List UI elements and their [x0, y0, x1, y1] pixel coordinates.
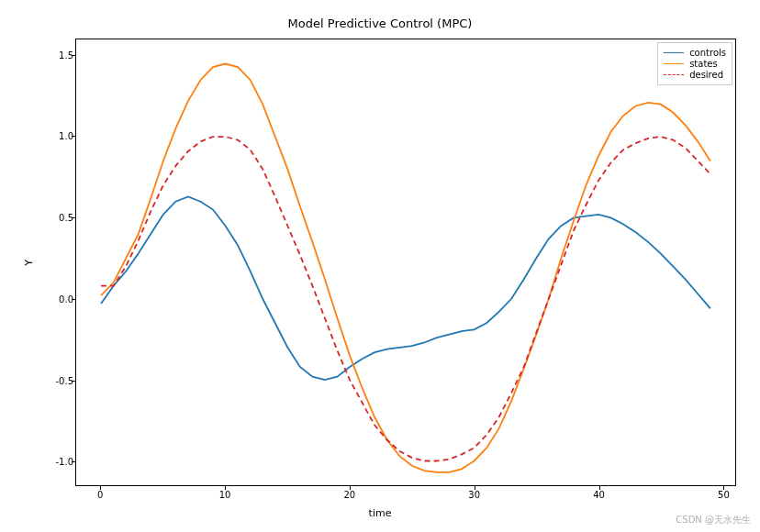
- legend: controls states desired: [657, 42, 732, 85]
- y-tick-label: 1.0: [37, 131, 73, 141]
- chart-container: Model Predictive Control (MPC) Y time -1…: [0, 0, 760, 532]
- line-controls: [101, 196, 710, 380]
- x-axis-label: time: [0, 507, 760, 519]
- x-tick-label: 40: [593, 490, 605, 500]
- chart-title: Model Predictive Control (MPC): [0, 17, 760, 30]
- y-tick-label: 0.0: [37, 294, 73, 304]
- y-tick-label: 0.5: [37, 213, 73, 223]
- legend-label-desired: desired: [689, 70, 723, 80]
- x-tick-label: 0: [97, 490, 103, 500]
- legend-swatch-controls: [664, 52, 684, 53]
- y-tick-mark: [72, 461, 75, 462]
- x-tick-mark: [475, 486, 475, 490]
- y-tick-mark: [72, 136, 75, 137]
- x-tick-mark: [100, 486, 101, 490]
- legend-swatch-desired: [664, 74, 684, 75]
- x-tick-mark: [723, 486, 724, 490]
- y-tick-mark: [72, 55, 75, 56]
- y-tick-label: -0.5: [37, 375, 73, 385]
- legend-swatch-states: [664, 63, 684, 64]
- x-tick-label: 10: [219, 490, 231, 500]
- legend-label-states: states: [689, 59, 718, 69]
- legend-entry-controls: controls: [664, 48, 726, 58]
- x-tick-label: 50: [718, 490, 730, 500]
- chart-lines-svg: [76, 39, 735, 485]
- y-axis-label: Y: [23, 260, 35, 266]
- y-tick-mark: [72, 299, 75, 300]
- x-tick-mark: [225, 486, 226, 490]
- x-tick-label: 30: [468, 490, 480, 500]
- plot-area: [75, 39, 736, 486]
- line-desired: [101, 137, 710, 460]
- line-states: [101, 64, 710, 472]
- watermark-text: CSDN @无水先生: [676, 514, 751, 526]
- x-tick-label: 20: [343, 490, 355, 500]
- x-tick-mark: [350, 486, 351, 490]
- legend-entry-desired: desired: [664, 70, 726, 80]
- legend-label-controls: controls: [689, 48, 726, 58]
- y-tick-label: 1.5: [37, 50, 73, 60]
- legend-entry-states: states: [664, 59, 726, 69]
- x-tick-mark: [599, 486, 600, 490]
- y-tick-label: -1.0: [37, 457, 73, 467]
- y-tick-mark: [72, 217, 75, 218]
- y-tick-mark: [72, 381, 75, 382]
